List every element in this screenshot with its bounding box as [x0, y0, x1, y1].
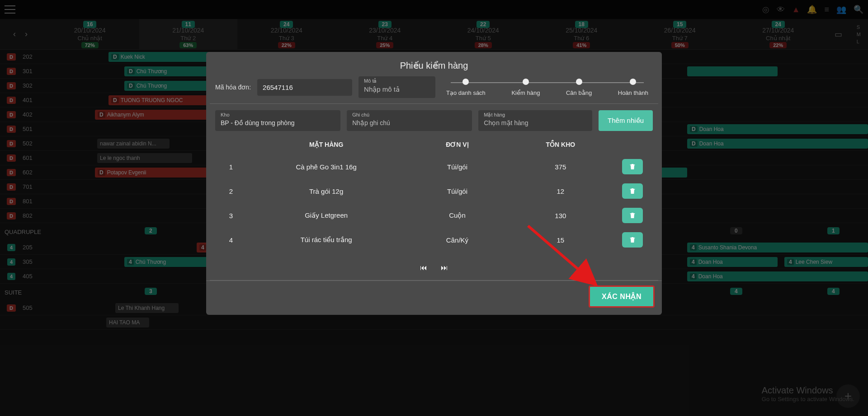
table-row: 1 Cà phê Go 3in1 16g Túi/gói 375 [206, 154, 662, 179]
step-dot-icon [630, 79, 636, 85]
delete-button[interactable] [622, 208, 643, 223]
delete-button[interactable] [622, 183, 643, 199]
trash-icon [629, 212, 636, 219]
code-label: Mã hóa đơn: [215, 84, 251, 91]
step-dot-icon [462, 79, 469, 85]
note-field[interactable]: Ghi chú Nhập ghi chú [347, 110, 472, 131]
step-dot-icon [576, 79, 582, 85]
page-last-icon[interactable]: ⏭ [441, 264, 448, 272]
step: Tạo danh sách [446, 79, 486, 96]
delete-button[interactable] [622, 232, 643, 248]
trash-icon [629, 163, 636, 170]
step-dot-icon [523, 79, 529, 85]
desc-field[interactable]: Mô tả Nhập mô tả [359, 76, 435, 98]
modal-overlay: Phiếu kiểm hàng Mã hóa đơn: 26547116 Mô … [0, 0, 868, 416]
trash-icon [629, 187, 636, 195]
table-row: 2 Trà gói 12g Túi/gói 12 [206, 179, 662, 203]
step: Kiểm hàng [511, 79, 540, 96]
table-row: 3 Giấy Letgreen Cuộn 130 [206, 203, 662, 228]
table-header: MẶT HÀNG ĐƠN VỊ TỒN KHO [206, 137, 662, 154]
step: Hoàn thành [618, 79, 648, 96]
confirm-button[interactable]: XÁC NHẬN [589, 285, 655, 308]
trash-icon [629, 236, 636, 243]
stepper: Tạo danh sáchKiểm hàngCân bằngHoàn thành [442, 79, 653, 96]
step: Cân bằng [566, 79, 592, 96]
inventory-modal: Phiếu kiểm hàng Mã hóa đơn: 26547116 Mô … [206, 52, 662, 315]
pager: ⏮ ⏭ [206, 252, 662, 280]
item-field[interactable]: Mặt hàng Chọn mặt hàng [478, 110, 592, 131]
page-first-icon[interactable]: ⏮ [420, 264, 427, 272]
code-field[interactable]: 26547116 [257, 79, 352, 96]
add-many-button[interactable]: Thêm nhiều [599, 110, 653, 131]
modal-title: Phiếu kiểm hàng [206, 52, 662, 76]
delete-button[interactable] [622, 159, 643, 174]
warehouse-field[interactable]: Kho BP - Đồ dùng trong phòng [215, 110, 340, 131]
table-row: 4 Túi rác tiểu trắng Cân/Ký 15 [206, 228, 662, 252]
